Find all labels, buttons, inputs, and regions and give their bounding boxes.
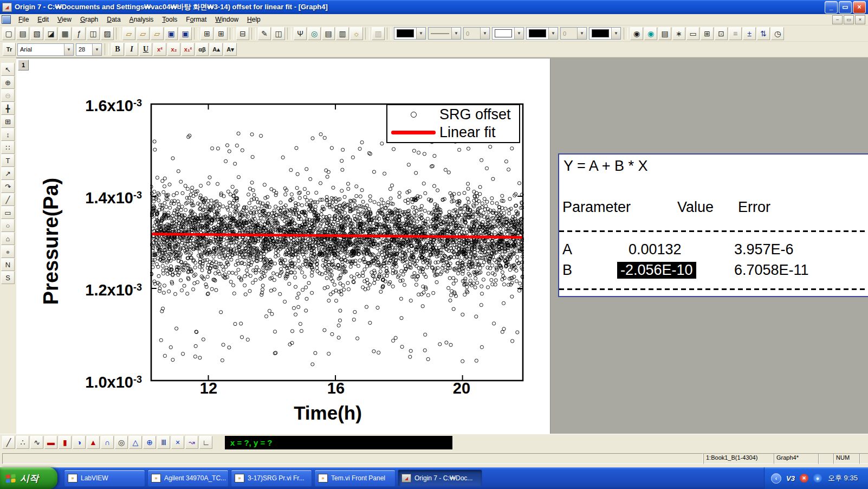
rectangle-tool-button[interactable]: ▭ [1,206,15,219]
code-builder-button[interactable]: ▥ [336,27,349,40]
character-format-button[interactable]: Tr [3,43,16,56]
ternary-graph-button[interactable]: △ [129,436,142,449]
data-reader-tool-button[interactable]: ╋ [1,102,15,115]
taskbar-item-labview[interactable]: »LabVIEW [64,469,145,487]
menu-file[interactable]: File [14,15,33,24]
bar-graph-button[interactable]: ▬ [44,436,57,449]
sub-superscript-button[interactable]: x₁² [182,43,195,56]
greek-button[interactable]: αβ [196,43,209,56]
open-excel-button[interactable]: ▱ [151,27,164,40]
new-function-button[interactable]: ƒ [73,27,86,40]
menu-data[interactable]: Data [102,15,125,24]
project-explorer-button[interactable]: Ψ [294,27,307,40]
new-graph-button[interactable]: ◪ [44,27,57,40]
background-color-combo[interactable]: ▼ [589,27,621,40]
window-split-button[interactable]: ◫ [272,27,285,40]
security-alert-icon[interactable]: ✕ [800,474,808,482]
layer-1-badge[interactable]: 1 [18,60,29,70]
screen-reader-tool-button[interactable]: ⊞ [1,115,15,128]
add-color-scale-button[interactable]: ± [743,27,756,40]
taskbar-item-agilent[interactable]: »Agilent 34970A_TC... [147,469,229,487]
layer-grid9-button[interactable]: ⊞ [701,27,714,40]
waterfall-graph-button[interactable]: Ⅲ [157,436,170,449]
import-ascii-button[interactable]: ⊞ [200,27,213,40]
area-graph-button[interactable]: ▲ [87,436,100,449]
polygon-tool-button[interactable]: ⌂ [1,232,15,245]
circle-tool-button[interactable]: ○ [1,219,15,232]
zoom-panel-button[interactable]: ◉ [644,27,657,40]
line-tool-button[interactable]: ╱ [1,193,15,206]
rescale-tool-button[interactable]: ◉ [630,27,643,40]
column-graph-button[interactable]: ▮ [59,436,72,449]
add-top-axis-button[interactable]: ⇅ [757,27,770,40]
taskbar-item-origin[interactable]: ◢Origin 7 - C:₩Doc... [398,469,482,487]
underline-button[interactable]: U [139,43,152,56]
axes-dialog-button[interactable]: ∗ [672,27,685,40]
plot-area[interactable] [150,103,524,382]
superscript-button[interactable]: x² [153,43,166,56]
data-selector-tool-button[interactable]: ↕ [1,128,15,141]
menu-analysis[interactable]: Analysis [125,15,158,24]
fit-value-b-highlighted[interactable]: -2.056E-10 [617,262,696,279]
new-layout-button[interactable]: ◫ [87,27,100,40]
edit-page-button[interactable]: ✎ [258,27,271,40]
fill-color-combo[interactable]: ▼ [394,27,426,40]
closed-region-tool-button[interactable]: ● [1,245,15,258]
start-button[interactable]: 시작 [0,467,57,489]
pie-chart-button[interactable]: ◑ [73,436,86,449]
print-button[interactable]: ⊟ [236,27,249,40]
zoom-in-tool-button[interactable]: ⊕ [1,76,15,89]
polar-graph-button[interactable]: ∩ [101,436,114,449]
layer-grid4-button[interactable]: ⊡ [715,27,728,40]
save-project-button[interactable]: ▣ [165,27,178,40]
line-graph-button[interactable]: ╱ [2,436,15,449]
arrow-tool-button[interactable]: ↗ [1,167,15,180]
line-symbol-graph-button[interactable]: ∿ [30,436,43,449]
3d-scatter-button[interactable]: × [171,436,184,449]
taskbar-item-tem-vi[interactable]: »Tem.vi Front Panel [314,469,396,487]
bubble-graph-button[interactable]: ◎ [115,436,128,449]
customize-toolbar-button[interactable]: ☼ [350,27,363,40]
menu-window[interactable]: Window [211,15,243,24]
decrease-font-button[interactable]: A▾ [224,43,237,56]
menu-view[interactable]: View [53,15,76,24]
pattern-color-combo[interactable]: ▼ [526,27,558,40]
axis-template-button[interactable]: ∟ [199,436,212,449]
menu-tools[interactable]: Tools [158,15,182,24]
region-select-tool-button[interactable]: ∷ [1,141,15,154]
remote-app-icon[interactable]: ● [813,474,822,482]
subscript-button[interactable]: x₂ [167,43,180,56]
pointer-tool-button[interactable]: ↖ [1,63,15,76]
script-window-button[interactable]: ▤ [322,27,335,40]
menu-graph[interactable]: Graph [76,15,102,24]
vector-graph-button[interactable]: ↝ [185,436,198,449]
menu-help[interactable]: Help [243,15,265,24]
results-log-button[interactable]: ◎ [308,27,321,40]
new-notes-button[interactable]: ▨ [101,27,114,40]
restore-button[interactable]: ▭ [839,1,852,14]
open-button[interactable]: ▱ [122,27,135,40]
fit-results-panel[interactable]: Y = A + B * X Parameter Value Error A 0.… [558,153,868,297]
smith-chart-button[interactable]: ⊕ [143,436,156,449]
graph-window-icon[interactable] [2,15,11,24]
mdi-minimize-button[interactable]: – [832,15,843,24]
font-name-combo[interactable]: Arial▼ [17,43,74,56]
close-button[interactable]: × [853,1,866,14]
arrange-layers-button[interactable]: ≡ [729,27,742,40]
legend-box[interactable]: SRG offset Linear fit [386,104,520,143]
increase-font-button[interactable]: A▴ [210,43,223,56]
mdi-close-button[interactable]: × [855,15,865,24]
freehand-tool-button[interactable]: S [1,271,15,284]
layer-single-button[interactable]: ▭ [686,27,699,40]
menu-edit[interactable]: Edit [33,15,53,24]
polyline-tool-button[interactable]: N [1,258,15,271]
curved-arrow-tool-button[interactable]: ↷ [1,180,15,193]
pattern-combo[interactable]: ▼ [492,27,524,40]
new-matrix-button[interactable]: ▦ [59,27,72,40]
new-worksheet-button[interactable]: ▤ [16,27,29,40]
menu-format[interactable]: Format [182,15,211,24]
open-template-button[interactable]: ▱ [137,27,150,40]
new-excel-button[interactable]: ▧ [30,27,43,40]
text-tool-button[interactable]: T [1,154,15,167]
new-project-button[interactable]: ▢ [2,27,15,40]
